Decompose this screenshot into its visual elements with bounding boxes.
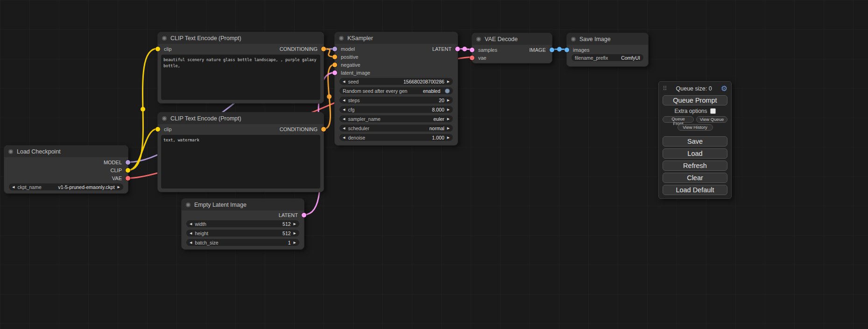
output-port-conditioning[interactable] <box>321 127 326 132</box>
collapse-dot-icon[interactable] <box>339 36 344 41</box>
increment-arrow-icon[interactable]: ▶ <box>447 136 450 139</box>
view-history-button[interactable]: View History <box>677 124 713 131</box>
increment-arrow-icon[interactable]: ▶ <box>447 117 450 120</box>
output-port-image[interactable] <box>550 48 554 52</box>
input-port-clip[interactable] <box>155 47 160 51</box>
node-title-bar[interactable]: Empty Latent Image <box>182 199 304 210</box>
input-port-images[interactable] <box>565 48 569 52</box>
input-port-vae[interactable] <box>470 56 474 60</box>
wire-midpoint-dot-conditioning[interactable] <box>327 94 332 99</box>
increment-arrow-icon[interactable]: ▶ <box>294 222 296 225</box>
node-title-bar[interactable]: Save Image <box>567 33 648 45</box>
negative-prompt-textarea[interactable]: text, watermark <box>161 135 320 189</box>
widget-label: height <box>195 231 208 236</box>
output-port-latent[interactable] <box>302 213 306 217</box>
output-port-clip[interactable] <box>126 168 130 173</box>
collapse-dot-icon[interactable] <box>571 37 576 42</box>
increment-arrow-icon[interactable]: ▶ <box>294 241 296 244</box>
queue-prompt-button[interactable]: Queue Prompt <box>663 95 727 105</box>
widget-width[interactable]: ◀ width 512 ▶ <box>186 220 299 227</box>
collapse-dot-icon[interactable] <box>476 37 481 42</box>
input-port-negative[interactable] <box>332 63 337 67</box>
widget-ckpt-name[interactable]: ◀ ckpt_name v1-5-pruned-emaonly.ckpt ▶ <box>9 183 123 190</box>
collapse-dot-icon[interactable] <box>162 36 167 41</box>
widget-value: v1-5-pruned-emaonly.ckpt <box>58 184 114 190</box>
positive-prompt-textarea[interactable]: beautiful scenery nature glass bottle la… <box>161 55 320 100</box>
output-port-vae[interactable] <box>126 176 130 181</box>
wire-midpoint-dot-latent[interactable] <box>462 47 467 51</box>
load-button[interactable]: Load <box>663 148 727 159</box>
input-port-positive[interactable] <box>332 55 337 59</box>
clear-button[interactable]: Clear <box>663 173 727 183</box>
queue-front-button[interactable]: Queue Front <box>663 116 694 123</box>
widget-batch-size[interactable]: ◀ batch_size 1 ▶ <box>186 239 299 246</box>
decrement-arrow-icon[interactable]: ◀ <box>190 222 192 225</box>
widget-filename-prefix[interactable]: filename_prefix ComfyUI <box>572 54 643 61</box>
view-queue-button[interactable]: View Queue <box>696 116 727 123</box>
decrement-arrow-icon[interactable]: ◀ <box>190 241 192 244</box>
toggle-knob[interactable] <box>445 89 450 93</box>
node-save-image[interactable]: Save Image images filename_prefix ComfyU… <box>566 33 649 67</box>
widget-steps[interactable]: ◀ steps 20 ▶ <box>339 97 453 104</box>
decrement-arrow-icon[interactable]: ◀ <box>12 185 14 189</box>
input-port-latent-image[interactable] <box>332 70 337 75</box>
input-port-samples[interactable] <box>470 48 474 52</box>
widget-cfg[interactable]: ◀ cfg 8.000 ▶ <box>339 106 453 113</box>
decrement-arrow-icon[interactable]: ◀ <box>343 98 345 102</box>
node-title: Load Checkpoint <box>17 148 61 155</box>
collapse-dot-icon[interactable] <box>186 203 191 207</box>
node-vae-decode[interactable]: VAE Decode samples IMAGE vae <box>472 33 552 63</box>
node-ksampler[interactable]: KSampler model LATENT positive negative … <box>334 32 458 146</box>
output-port-latent[interactable] <box>455 47 460 51</box>
output-port-conditioning[interactable] <box>321 47 326 51</box>
input-label-vae: vae <box>478 55 487 61</box>
increment-arrow-icon[interactable]: ▶ <box>447 126 450 130</box>
collapse-dot-icon[interactable] <box>162 116 167 121</box>
node-clip-text-encode-negative[interactable]: CLIP Text Encode (Prompt) clip CONDITION… <box>157 112 324 192</box>
node-title-bar[interactable]: KSampler <box>335 32 458 44</box>
collapse-dot-icon[interactable] <box>8 149 13 154</box>
wire-midpoint-dot-image[interactable] <box>557 47 562 52</box>
widget-seed[interactable]: ◀ seed 156680208700286 ▶ <box>339 78 453 85</box>
node-title-bar[interactable]: CLIP Text Encode (Prompt) <box>158 32 324 44</box>
node-load-checkpoint[interactable]: Load Checkpoint MODEL CLIP VAE ◀ ckpt_na… <box>4 145 128 194</box>
increment-arrow-icon[interactable]: ▶ <box>118 185 120 189</box>
input-port-clip[interactable] <box>155 127 160 132</box>
widget-value: enabled <box>423 88 440 94</box>
widget-value: 20 <box>439 98 445 103</box>
increment-arrow-icon[interactable]: ▶ <box>447 80 450 83</box>
widget-sampler-name[interactable]: ◀ sampler_name euler ▶ <box>339 115 453 122</box>
node-title-bar[interactable]: VAE Decode <box>472 33 552 45</box>
load-default-button[interactable]: Load Default <box>663 185 727 195</box>
decrement-arrow-icon[interactable]: ◀ <box>343 117 345 120</box>
node-clip-text-encode-positive[interactable]: CLIP Text Encode (Prompt) clip CONDITION… <box>157 32 324 104</box>
increment-arrow-icon[interactable]: ▶ <box>294 231 296 235</box>
decrement-arrow-icon[interactable]: ◀ <box>343 80 345 83</box>
decrement-arrow-icon[interactable]: ◀ <box>343 126 345 130</box>
increment-arrow-icon[interactable]: ▶ <box>447 98 450 102</box>
node-graph-canvas[interactable]: Load Checkpoint MODEL CLIP VAE ◀ ckpt_na… <box>0 0 868 329</box>
input-port-model[interactable] <box>332 47 337 51</box>
settings-gear-icon[interactable]: ⚙ <box>721 84 727 93</box>
widget-denoise[interactable]: ◀ denoise 1.000 ▶ <box>339 134 453 141</box>
node-empty-latent-image[interactable]: Empty Latent Image LATENT ◀ width 512 ▶ … <box>181 198 304 250</box>
wire-midpoint-dot-clip[interactable] <box>141 107 145 112</box>
increment-arrow-icon[interactable]: ▶ <box>447 108 450 111</box>
widget-label: Random seed after every gen <box>343 88 407 94</box>
node-title: VAE Decode <box>485 36 518 42</box>
output-label-image: IMAGE <box>529 47 546 53</box>
save-button[interactable]: Save <box>663 136 727 147</box>
widget-height[interactable]: ◀ height 512 ▶ <box>186 230 299 237</box>
decrement-arrow-icon[interactable]: ◀ <box>343 108 345 111</box>
decrement-arrow-icon[interactable]: ◀ <box>190 231 192 235</box>
node-title-bar[interactable]: CLIP Text Encode (Prompt) <box>158 112 324 124</box>
widget-random-seed-toggle[interactable]: Random seed after every gen enabled <box>339 87 453 94</box>
widget-label: steps <box>348 98 360 103</box>
node-title-bar[interactable]: Load Checkpoint <box>4 146 128 157</box>
drag-handle-icon[interactable]: ⠿ <box>663 85 667 92</box>
refresh-button[interactable]: Refresh <box>663 161 727 171</box>
decrement-arrow-icon[interactable]: ◀ <box>343 136 345 139</box>
extra-options-checkbox[interactable] <box>710 108 716 114</box>
widget-scheduler[interactable]: ◀ scheduler normal ▶ <box>339 125 453 132</box>
output-port-model[interactable] <box>126 160 130 165</box>
